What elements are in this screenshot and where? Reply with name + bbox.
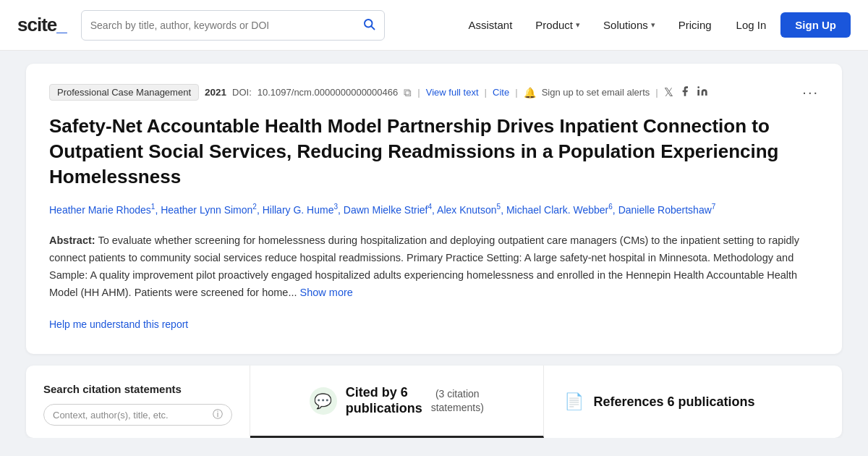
abstract: Abstract: To evaluate whether screening … xyxy=(49,232,819,302)
copy-doi-icon[interactable]: ⧉ xyxy=(404,86,412,99)
twitter-icon[interactable]: 𝕏 xyxy=(664,85,673,99)
svg-point-3 xyxy=(697,86,699,88)
more-options-button[interactable]: ··· xyxy=(802,84,819,101)
author-1[interactable]: Heather Marie Rhodes1 xyxy=(49,204,155,216)
cited-by-section[interactable]: 💬 Cited by 6 publications (3 citation st… xyxy=(250,366,544,438)
citation-statements-block: (3 citation statements) xyxy=(431,387,484,413)
search-citation-section: Search citation statements Context, auth… xyxy=(26,366,250,438)
main-content: Professional Case Management 2021 DOI: 1… xyxy=(14,64,854,438)
citation-filter-input[interactable]: Context, author(s), title, etc. ⓘ xyxy=(43,404,232,426)
nav-assistant[interactable]: Assistant xyxy=(458,13,522,37)
cited-text-line1: Cited by 6 xyxy=(346,385,422,401)
search-icon xyxy=(362,17,375,33)
author-6[interactable]: Michael Clark. Webber6 xyxy=(506,204,613,216)
search-bar[interactable] xyxy=(81,10,385,41)
solutions-chevron-icon: ▾ xyxy=(651,20,655,30)
main-nav: Assistant Product ▾ Solutions ▾ Pricing … xyxy=(458,12,851,38)
doi-value: 10.1097/ncm.0000000000000466 xyxy=(258,87,398,98)
author-7[interactable]: Danielle Robertshaw7 xyxy=(618,204,716,216)
citation-statements-line1: (3 citation xyxy=(431,387,484,400)
author-4[interactable]: Dawn Mielke Strief4 xyxy=(344,204,432,216)
citation-statements-line2: statements) xyxy=(431,401,484,414)
product-chevron-icon: ▾ xyxy=(576,20,580,30)
show-more-button[interactable]: Show more xyxy=(300,287,353,298)
login-button[interactable]: Log In xyxy=(725,13,778,37)
facebook-icon[interactable] xyxy=(679,85,691,100)
meta-row: Professional Case Management 2021 DOI: 1… xyxy=(49,84,819,101)
article-card: Professional Case Management 2021 DOI: 1… xyxy=(26,64,842,354)
filter-info-icon: ⓘ xyxy=(213,408,223,421)
header: scite_ Assistant Product ▾ Solutions ▾ P… xyxy=(0,0,868,51)
alert-text: Sign up to set email alerts xyxy=(542,87,650,98)
svg-line-1 xyxy=(371,26,374,29)
svg-rect-2 xyxy=(697,90,699,96)
social-icons: 𝕏 xyxy=(664,85,708,100)
author-2[interactable]: Heather Lynn Simon2 xyxy=(161,204,257,216)
filter-placeholder-text: Context, author(s), title, etc. xyxy=(53,410,169,421)
doi-label: DOI: xyxy=(232,87,252,98)
signup-button[interactable]: Sign Up xyxy=(780,12,851,38)
author-3[interactable]: Hillary G. Hume3 xyxy=(263,204,338,216)
nav-solutions[interactable]: Solutions ▾ xyxy=(593,13,665,37)
view-full-text-link[interactable]: View full text xyxy=(426,87,479,98)
authors-list: Heather Marie Rhodes1, Heather Lynn Simo… xyxy=(49,201,819,218)
references-text: References 6 publications xyxy=(594,394,755,410)
cite-link[interactable]: Cite xyxy=(493,87,509,98)
journal-badge: Professional Case Management xyxy=(49,84,199,101)
document-icon: 📄 xyxy=(564,392,584,411)
cited-text-line2: publications xyxy=(346,401,422,417)
article-title: Safety-Net Accountable Health Model Part… xyxy=(49,114,819,190)
logo[interactable]: scite_ xyxy=(17,14,67,36)
help-link[interactable]: Help me understand this report xyxy=(49,318,188,330)
search-input[interactable] xyxy=(90,20,357,31)
linkedin-icon[interactable] xyxy=(697,85,708,100)
article-year: 2021 xyxy=(205,87,226,98)
search-citation-title: Search citation statements xyxy=(43,383,232,395)
nav-product[interactable]: Product ▾ xyxy=(525,13,590,37)
chat-bubble-icon: 💬 xyxy=(310,387,337,415)
cited-text-block: Cited by 6 publications xyxy=(346,385,422,416)
nav-pricing[interactable]: Pricing xyxy=(668,13,722,37)
cited-main: 💬 Cited by 6 publications (3 citation st… xyxy=(310,385,484,416)
bottom-section: Search citation statements Context, auth… xyxy=(26,366,842,438)
author-5[interactable]: Alex Knutson5 xyxy=(437,204,501,216)
bell-icon: 🔔 xyxy=(524,87,536,98)
references-section[interactable]: 📄 References 6 publications xyxy=(544,366,843,438)
